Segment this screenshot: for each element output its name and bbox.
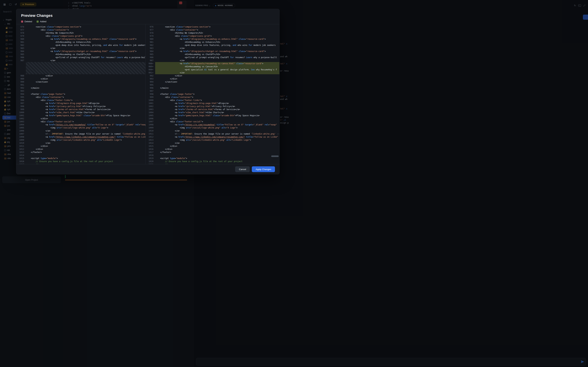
diff-line: 994 <footer class="page-footer">	[17, 93, 146, 96]
diff-line: 978 <h2>How We Compare</h2>	[17, 32, 146, 34]
diff-line: 1008 <a href="https://www.linkedin.com/c…	[17, 135, 146, 138]
diff-gap-hatch	[26, 62, 146, 74]
diff-line: 1004 <a href="https://x.com/resumehog" t…	[17, 123, 146, 126]
diff-line: 1017 </footer>	[146, 151, 279, 154]
diff-line: 998 <footer class="page-footer">	[146, 93, 279, 96]
diff-line: 1020 // Ensure you have a config.js file…	[146, 160, 279, 163]
diff-line: 999 <div class="container">	[146, 96, 279, 99]
diff-line: 1005 <img src="/social/logo-white.png" a…	[17, 126, 146, 129]
diff-line: 1006 </div>	[146, 117, 279, 120]
diff-line: 988 </div>	[17, 74, 146, 77]
diff-line: 998 <a href="/privacy-policy.html">Priva…	[17, 105, 146, 108]
deleted-swatch	[21, 21, 23, 23]
diff-line: 1000 <a href="vibe_chart.html">Vibe Char…	[17, 111, 146, 114]
diff-line: 1000 <div class="footer-links">	[146, 99, 279, 102]
diff-line: 1003 <a href="/terms-of-service.html">Te…	[146, 108, 279, 111]
diff-line: 993	[17, 90, 146, 93]
diff-legend: Deleted Added	[16, 18, 279, 23]
diff-line: 976 <section class="comparisons-section"…	[146, 25, 279, 28]
diff-pane-modified: 976 <section class="comparisons-section"…	[146, 24, 279, 164]
diff-line: 986 <p>Tired of prompt-wrangling ChatGPT…	[146, 56, 279, 59]
diff-line: 1009 <img src="/social/logo-white.png" a…	[146, 126, 279, 129]
deleted-label: Deleted	[25, 20, 32, 23]
diff-line: 984 <a href="/blog/posts/chatgpt-or-resu…	[146, 50, 279, 53]
diff-line: 976 <section class="comparisons-section"…	[17, 25, 146, 28]
diff-line: 1001 <a href="game/space_hogs.html" clas…	[17, 114, 146, 117]
diff-line: 1015 </div>	[146, 145, 279, 148]
diff-line: 978 <h2>How We Compare</h2>	[146, 32, 279, 34]
diff-scrollbar-thumb[interactable]	[271, 155, 279, 157]
diff-line: 999 <a href="/terms-of-service.html">Ter…	[17, 108, 146, 111]
diff-line: 1015 <script type="module">	[17, 157, 146, 160]
diff-line: 1010 </a>	[17, 142, 146, 145]
diff-line: 982 <p>A deep dive into features, pricin…	[146, 44, 279, 47]
diff-line: 994 </section>	[146, 80, 279, 83]
diff-line: 1014	[17, 154, 146, 157]
diff-line: 977 <div class="container">	[17, 28, 146, 32]
diff-line: 996 </main>	[146, 86, 279, 90]
diff-line: 1014 </a>	[146, 142, 279, 145]
diff-line: 1018	[146, 154, 279, 157]
diff-line: 1002 </div>	[17, 117, 146, 120]
diff-line: 980 <a href="/blog/posts/resumehog-vs-en…	[17, 38, 146, 41]
diff-line: 1001 <a href="/blog/main-blog-page.html"…	[146, 102, 279, 105]
diff-line: 980 <a href="/blog/posts/resumehog-vs-en…	[146, 38, 279, 41]
diff-line: 983 </a>	[17, 47, 146, 50]
diff-line: 997	[146, 90, 279, 93]
diff-line: 989+ <h3>ResumeHog vs Canva</h3>	[146, 65, 279, 68]
diff-line: 1013 </footer>	[17, 151, 146, 154]
diff-line: 985 <h3>ResumeHog vs ChatGPT</h3>	[146, 53, 279, 56]
diff-line: 996 <div class="footer-links">	[17, 99, 146, 102]
cancel-button[interactable]: Cancel	[235, 166, 250, 172]
diff-line: 992 </div>	[146, 74, 279, 77]
diff-line: 991	[17, 83, 146, 86]
diff-line: 991+ </a>	[146, 71, 279, 74]
diff-line: 997 <a href="/blog/main-blog-page.html">…	[17, 102, 146, 105]
diff-line: 979 <div class="comparisons-grid">	[17, 34, 146, 38]
diff-line: 1016 // Ensure you have a config.js file…	[17, 160, 146, 163]
added-swatch	[37, 21, 39, 23]
diff-line: 1011 <!-- IMPORTANT: Ensure the image fi…	[146, 132, 279, 135]
diff-line: 988+ <a href="/blog/posts/resumehog-vs-c…	[146, 62, 279, 65]
apply-changes-button[interactable]: Apply Changes	[252, 166, 275, 172]
diff-line: 1006 </a>	[17, 129, 146, 132]
diff-line: 977 <div class="container">	[146, 28, 279, 32]
diff-pane-original: 976 <section class="comparisons-section"…	[16, 24, 146, 164]
diff-line: 1010 </a>	[146, 129, 279, 132]
diff-line: 1009 <img src="/social/linkedin-white.pn…	[17, 138, 146, 142]
diff-line: 981 <h3>ResumeHog vs Enhancv</h3>	[146, 41, 279, 44]
added-label: Added	[40, 20, 46, 23]
diff-line: 995 <div class="container">	[17, 96, 146, 99]
diff-line: 987 </a>	[17, 59, 146, 62]
diff-line: 1021 // ...	[146, 163, 279, 164]
diff-line: 981 <h3>ResumeHog vs Enhancv</h3>	[17, 41, 146, 44]
diff-line: 1012 </div>	[17, 148, 146, 151]
diff-line: 990 </section>	[17, 80, 146, 83]
modal-title: Preview Changes	[16, 9, 279, 18]
diff-line: 1016 </div>	[146, 148, 279, 151]
diff-line: 1003 <div class="footer-social">	[17, 120, 146, 123]
diff-line: 1002 <a href="/privacy-policy.html">Priv…	[146, 105, 279, 108]
diff-line: 989 </div>	[17, 77, 146, 80]
diff-line: 1004 <a href="vibe_chart.html">Vibe Char…	[146, 111, 279, 114]
diff-line: 987 </a>	[146, 59, 279, 62]
diff-line: 1011 </div>	[17, 145, 146, 148]
diff-line: 993 </div>	[146, 77, 279, 80]
modal-footer: Cancel Apply Changes	[16, 164, 279, 174]
diff-line: 1017 // ...	[17, 163, 146, 164]
diff-line: 986 <p>Tired of prompt-wrangling ChatGPT…	[17, 56, 146, 59]
preview-changes-modal: Preview Changes Deleted Added 976 <secti…	[16, 9, 279, 174]
diff-line: 982 <p>A deep dive into features, pricin…	[17, 44, 146, 47]
diff-line: 995	[146, 83, 279, 86]
diff-line: 984 <a href="/blog/posts/chatgpt-or-resu…	[17, 50, 146, 53]
diff-line: 1008 <a href="https://x.com/resumehog" t…	[146, 123, 279, 126]
diff-line: 1007 <div class="footer-social">	[146, 120, 279, 123]
diff-line: 983 </a>	[146, 47, 279, 50]
diff-line: 1013 <img src="/social/linkedin-white.pn…	[146, 138, 279, 142]
diff-line: 1005 <a href="game/space_hogs.html" clas…	[146, 114, 279, 117]
diff-line: 990+ <p>A specialist AI tool vs a genera…	[146, 68, 279, 71]
diff-view: 976 <section class="comparisons-section"…	[16, 24, 279, 164]
diff-line: 1012 <a href="https://www.linkedin.com/c…	[146, 135, 279, 138]
diff-line: 992 </main>	[17, 86, 146, 90]
diff-line: 1007 <!-- IMPORTANT: Ensure the image fi…	[17, 132, 146, 135]
